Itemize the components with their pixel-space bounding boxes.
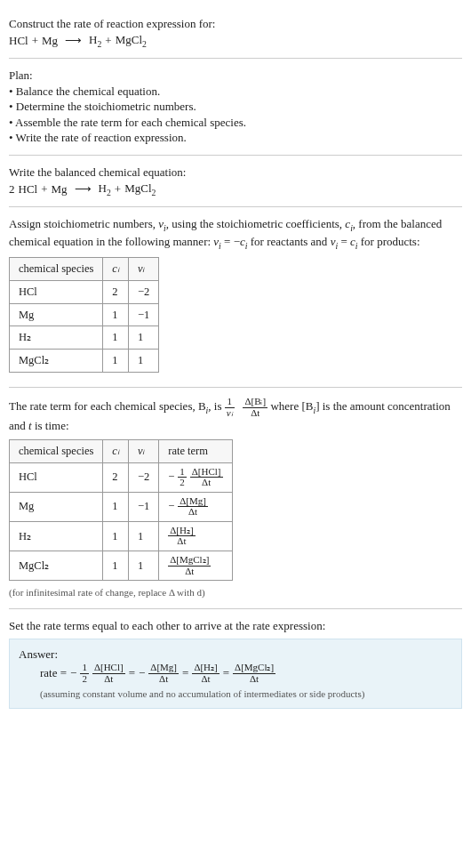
mgcl2-base: MgCl bbox=[124, 181, 151, 195]
frac-delta: Δ[MgCl₂] Δt bbox=[168, 555, 211, 576]
equals-sign: = bbox=[223, 665, 229, 681]
cell-rate-term: Δ[MgCl₂] Δt bbox=[159, 551, 232, 581]
plan-section: Plan: • Balance the chemical equation. •… bbox=[9, 59, 462, 156]
plan-heading: Plan: bbox=[9, 68, 462, 84]
frac-mg: Δ[Mg] Δt bbox=[148, 663, 179, 684]
neg-sign: − bbox=[168, 470, 174, 485]
stoich-intro-2: , using the stoichiometric coefficients, bbox=[166, 217, 346, 230]
balanced-section: Write the balanced chemical equation: 2 … bbox=[9, 156, 462, 207]
cell-ci: 1 bbox=[103, 303, 129, 326]
product-mgcl2: MgCl2 bbox=[124, 181, 156, 198]
col-ci: cᵢ bbox=[103, 257, 129, 280]
frac-delta-b: Δ[Bᵢ] Δt bbox=[243, 397, 267, 418]
cell-species: H₂ bbox=[10, 521, 103, 551]
cell-nui: −2 bbox=[128, 462, 158, 492]
rt-intro-5: is time: bbox=[32, 419, 69, 432]
cell-rate-term: − Δ[Mg] Δt bbox=[159, 492, 232, 521]
table-row: HCl 2 −2 bbox=[10, 280, 159, 303]
rate-term-note: (for infinitesimal rate of change, repla… bbox=[9, 586, 462, 599]
equals-sign: = bbox=[129, 665, 135, 681]
rt-intro-1: The rate term for each chemical species,… bbox=[9, 399, 206, 413]
frac-den: Δt bbox=[192, 674, 219, 685]
answer-box: Answer: rate = − 1 2 Δ[HCl] Δt = − Δ[Mg]… bbox=[9, 639, 462, 708]
table-row: Mg 1 −1 bbox=[10, 303, 159, 326]
plus-sign: + bbox=[41, 181, 47, 197]
prompt-equation: HCl + Mg ⟶ H2 + MgCl2 bbox=[9, 32, 462, 50]
table-row: MgCl₂ 1 1 bbox=[10, 350, 159, 373]
frac-mgcl2: Δ[MgCl₂] Δt bbox=[233, 663, 275, 684]
frac-den: Δt bbox=[178, 507, 208, 518]
cell-species: HCl bbox=[10, 462, 103, 492]
frac-h2: Δ[H₂] Δt bbox=[192, 663, 219, 684]
table-row: HCl 2 −2 − 1 2 Δ[HCl] Δt bbox=[10, 462, 233, 492]
cell-ci: 1 bbox=[103, 350, 129, 373]
cell-ci: 1 bbox=[103, 492, 129, 521]
frac-den: Δt bbox=[168, 567, 211, 577]
stoich-intro: Assign stoichiometric numbers, νi, using… bbox=[9, 216, 462, 252]
col-ci: cᵢ bbox=[103, 439, 129, 462]
cell-ci: 1 bbox=[103, 521, 129, 551]
frac-num: Δ[MgCl₂] bbox=[233, 663, 275, 674]
table-row: H₂ 1 1 bbox=[10, 326, 159, 350]
arrow-icon: ⟶ bbox=[61, 33, 85, 49]
table-row: Mg 1 −1 − Δ[Mg] Δt bbox=[10, 492, 233, 521]
frac-den: 2 bbox=[178, 478, 187, 488]
h2-sub: 2 bbox=[107, 187, 111, 197]
frac-den: Δt bbox=[168, 536, 195, 547]
plan-bullet-3: • Assemble the rate term for each chemic… bbox=[9, 115, 462, 131]
plan-bullet-4: • Write the rate of reaction expression. bbox=[9, 130, 462, 146]
prompt-title: Construct the rate of reaction expressio… bbox=[9, 16, 462, 32]
frac-delta: Δ[Mg] Δt bbox=[178, 496, 208, 518]
cell-species: Mg bbox=[10, 303, 103, 326]
cell-ci: 1 bbox=[103, 326, 129, 350]
table-header-row: chemical species cᵢ νᵢ rate term bbox=[10, 439, 233, 462]
frac-coef: 1 2 bbox=[178, 467, 187, 488]
stoich-section: Assign stoichiometric numbers, νi, using… bbox=[9, 207, 462, 388]
frac-den: 2 bbox=[80, 674, 89, 685]
assumption-note: (assuming constant volume and no accumul… bbox=[19, 687, 452, 701]
cell-nui: −2 bbox=[128, 280, 158, 303]
rate-expression: rate = − 1 2 Δ[HCl] Δt = − Δ[Mg] Δt = Δ[… bbox=[19, 663, 452, 684]
rt-intro-3: where [B bbox=[270, 399, 313, 413]
neg-sign: − bbox=[139, 665, 145, 681]
answer-label: Answer: bbox=[19, 647, 452, 663]
cell-species: H₂ bbox=[10, 326, 103, 350]
reactant-mg: Mg bbox=[42, 33, 58, 49]
cell-rate-term: − 1 2 Δ[HCl] Δt bbox=[159, 462, 232, 492]
rt-intro-2: , is bbox=[208, 399, 224, 413]
cell-species: HCl bbox=[10, 280, 103, 303]
frac-num: 1 bbox=[225, 397, 235, 408]
rate-term-intro: The rate term for each chemical species,… bbox=[9, 397, 462, 434]
stoich-intro-5: for products: bbox=[357, 235, 419, 248]
cell-nui: 1 bbox=[128, 326, 158, 350]
rate-term-section: The rate term for each chemical species,… bbox=[9, 388, 462, 609]
frac-den: Δt bbox=[233, 674, 275, 685]
col-rate-term: rate term bbox=[159, 439, 232, 462]
h2-sub: 2 bbox=[97, 38, 101, 48]
plus-sign: + bbox=[105, 33, 111, 49]
cell-rate-term: Δ[H₂] Δt bbox=[159, 521, 232, 551]
stoich-table: chemical species cᵢ νᵢ HCl 2 −2 Mg 1 −1 … bbox=[9, 257, 159, 373]
table-row: H₂ 1 1 Δ[H₂] Δt bbox=[10, 521, 233, 551]
product-mgcl2: MgCl2 bbox=[116, 32, 147, 50]
mgcl2-sub: 2 bbox=[142, 38, 147, 48]
col-species: chemical species bbox=[10, 439, 103, 462]
col-nui: νᵢ bbox=[128, 257, 158, 280]
plus-sign: + bbox=[32, 33, 38, 49]
col-species: chemical species bbox=[10, 257, 103, 280]
stoich-intro-1: Assign stoichiometric numbers, bbox=[9, 217, 158, 230]
cell-nui: 1 bbox=[128, 521, 158, 551]
cell-ci: 2 bbox=[103, 462, 129, 492]
plan-bullet-2: • Determine the stoichiometric numbers. bbox=[9, 99, 462, 115]
final-heading: Set the rate terms equal to each other t… bbox=[9, 618, 462, 634]
frac-delta: Δ[HCl] Δt bbox=[190, 467, 223, 488]
table-row: MgCl₂ 1 1 Δ[MgCl₂] Δt bbox=[10, 551, 233, 581]
cell-species: Mg bbox=[10, 492, 103, 521]
frac-den: Δt bbox=[190, 478, 223, 488]
frac-num: Δ[MgCl₂] bbox=[168, 555, 211, 567]
frac-den: Δt bbox=[92, 674, 125, 685]
frac-hcl: Δ[HCl] Δt bbox=[92, 663, 125, 684]
frac-den: Δt bbox=[148, 674, 179, 685]
cell-nui: 1 bbox=[128, 551, 158, 581]
frac-1-over-nu: 1 νᵢ bbox=[225, 397, 235, 418]
